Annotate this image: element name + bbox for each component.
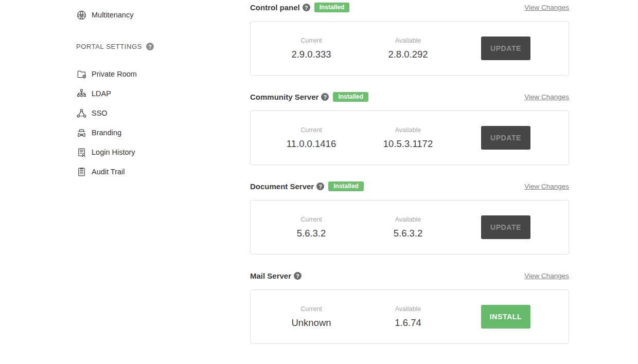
current-label: Current <box>270 37 352 44</box>
sso-icon <box>76 108 87 119</box>
section-mail-server: Mail Server ? View Changes Current Unkno… <box>250 270 569 344</box>
section-control-panel: Control panel ? Installed View Changes C… <box>250 2 569 76</box>
sidebar: Multitenancy PORTAL SETTINGS ? Private R… <box>0 0 250 360</box>
section-title: Mail Server <box>250 271 291 280</box>
private-room-icon <box>76 69 87 80</box>
section-title: Document Server <box>250 182 314 191</box>
installed-badge: Installed <box>328 181 364 191</box>
available-label: Available <box>367 37 449 44</box>
help-icon[interactable]: ? <box>294 272 302 280</box>
available-label: Available <box>367 126 449 134</box>
version-card: Current 5.6.3.2 Available 5.6.3.2 UPDATE <box>250 200 569 254</box>
sidebar-item-ldap[interactable]: LDAP <box>76 84 250 103</box>
multitenancy-icon <box>76 10 87 21</box>
available-version: 10.5.3.1172 <box>367 138 449 150</box>
audit-trail-icon <box>76 167 87 177</box>
available-version: 1.6.74 <box>367 317 449 329</box>
sidebar-item-audit-trail[interactable]: Audit Trail <box>76 162 250 181</box>
sidebar-item-label: Private Room <box>92 70 137 78</box>
sidebar-item-branding[interactable]: Branding <box>76 123 250 142</box>
sidebar-item-sso[interactable]: SSO <box>76 103 250 123</box>
section-community-server: Community Server ? Installed View Change… <box>250 92 569 165</box>
sidebar-item-label: Branding <box>92 129 121 137</box>
view-changes-link[interactable]: View Changes <box>524 93 569 101</box>
help-icon[interactable]: ? <box>303 4 310 11</box>
available-label: Available <box>367 305 449 313</box>
view-changes-link[interactable]: View Changes <box>524 272 569 280</box>
current-label: Current <box>270 305 352 313</box>
help-icon[interactable]: ? <box>316 183 324 190</box>
current-version: 5.6.3.2 <box>270 228 352 239</box>
version-card: Current 2.9.0.333 Available 2.8.0.292 UP… <box>250 21 569 76</box>
current-label: Current <box>270 126 352 134</box>
sidebar-item-multitenancy[interactable]: Multitenancy <box>76 10 250 20</box>
sidebar-item-label: SSO <box>92 109 108 117</box>
update-button[interactable]: UPDATE <box>481 215 530 239</box>
installed-badge: Installed <box>333 92 368 102</box>
current-version: 11.0.0.1416 <box>270 138 352 150</box>
section-title: Control panel <box>250 3 300 12</box>
ldap-icon <box>76 88 87 99</box>
help-icon[interactable]: ? <box>321 93 329 101</box>
available-version: 2.8.0.292 <box>367 49 449 60</box>
available-version: 5.6.3.2 <box>367 228 449 239</box>
version-card: Current 11.0.0.1416 Available 10.5.3.117… <box>250 111 569 165</box>
sidebar-item-label: Login History <box>92 148 135 156</box>
current-label: Current <box>270 216 352 223</box>
sidebar-item-label: LDAP <box>92 89 111 98</box>
section-document-server: Document Server ? Installed View Changes… <box>250 181 569 254</box>
portal-settings-heading: PORTAL SETTINGS <box>76 43 142 50</box>
sidebar-section-portal-settings: PORTAL SETTINGS ? <box>76 43 250 50</box>
section-title: Community Server <box>250 93 318 101</box>
update-button[interactable]: UPDATE <box>481 37 530 60</box>
current-version: 2.9.0.333 <box>270 49 352 60</box>
version-card: Current Unknown Available 1.6.74 INSTALL <box>250 289 569 344</box>
login-history-icon <box>76 147 87 158</box>
update-button[interactable]: UPDATE <box>481 126 530 150</box>
sidebar-item-label: Audit Trail <box>92 168 125 176</box>
updates-panel: Control panel ? Installed View Changes C… <box>250 0 569 360</box>
install-button[interactable]: INSTALL <box>481 305 530 329</box>
sidebar-item-label: Multitenancy <box>92 11 133 19</box>
sidebar-item-private-room[interactable]: Private Room <box>76 64 250 84</box>
installed-badge: Installed <box>314 3 350 12</box>
help-icon[interactable]: ? <box>146 43 154 50</box>
branding-icon <box>76 128 87 138</box>
page: Multitenancy PORTAL SETTINGS ? Private R… <box>0 0 638 360</box>
view-changes-link[interactable]: View Changes <box>524 183 569 190</box>
view-changes-link[interactable]: View Changes <box>524 4 569 11</box>
current-version: Unknown <box>270 317 352 329</box>
available-label: Available <box>367 216 449 223</box>
sidebar-item-login-history[interactable]: Login History <box>76 142 250 162</box>
